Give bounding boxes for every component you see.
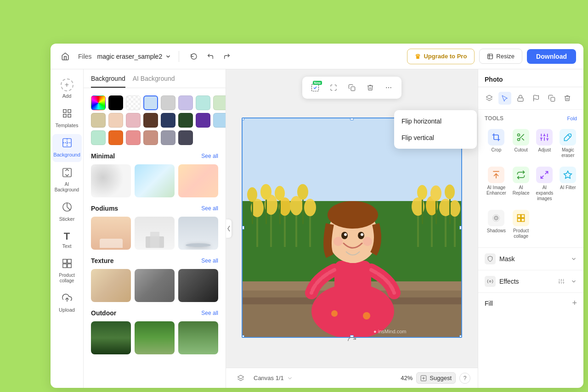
bg-thumb-minimal-3[interactable] (178, 164, 218, 197)
undo-button[interactable] (203, 49, 218, 64)
effects-accordion-header[interactable]: Effects (485, 276, 577, 287)
magic-select-button[interactable]: New (308, 80, 322, 95)
resize-button[interactable]: Resize (479, 49, 522, 64)
bg-thumb-texture-1[interactable] (91, 269, 131, 302)
see-all-outdoor[interactable]: See all (201, 310, 218, 316)
tool-ai-replace[interactable]: AI Replace (511, 164, 531, 204)
canvas-image[interactable]: ● insMind.com (242, 118, 462, 338)
sidebar-item-sticker[interactable]: Sticker (52, 198, 82, 226)
color-swatch-sage[interactable] (213, 95, 226, 110)
copy-icon-button[interactable] (545, 92, 558, 105)
tool-ai-filter[interactable]: AI Filter (558, 164, 578, 204)
suggest-button[interactable]: Suggest (416, 372, 456, 384)
tool-adjust[interactable]: Adjust (534, 126, 555, 161)
fold-link[interactable]: Fold (567, 116, 577, 121)
bg-thumb-minimal-1[interactable] (91, 164, 131, 197)
tab-background[interactable]: Background (91, 75, 125, 88)
delete-button[interactable] (363, 80, 378, 95)
color-swatch-lightteal[interactable] (196, 95, 210, 110)
history-button[interactable] (187, 49, 201, 64)
color-swatch-tan[interactable] (91, 113, 106, 128)
color-swatch-brown[interactable] (143, 113, 158, 128)
tool-ai-expands[interactable]: AI expands images (534, 164, 555, 204)
color-swatch-navy[interactable] (161, 113, 175, 128)
tool-shadows[interactable]: Shadows (485, 207, 508, 242)
resize-handle-tl[interactable] (242, 118, 244, 120)
sidebar-item-background[interactable]: Background (52, 134, 82, 162)
color-swatch-mauve[interactable] (143, 130, 158, 145)
more-button[interactable] (381, 80, 396, 95)
tool-product-collage[interactable]: Product collage (511, 207, 531, 242)
sidebar-item-product-collage[interactable]: Product collage (52, 255, 82, 287)
color-swatch-lightpurple[interactable] (178, 95, 193, 110)
resize-handle-tc[interactable] (350, 118, 354, 120)
home-button[interactable] (58, 49, 73, 64)
tool-cutout[interactable]: Cutout (511, 126, 531, 161)
flip-horizontal-item[interactable]: Flip horizontal (394, 113, 477, 129)
color-swatch-selected[interactable] (143, 95, 158, 110)
layers-icon-button[interactable] (483, 92, 496, 105)
file-name-button[interactable]: magic eraser_sample2 (97, 53, 172, 60)
redo-button[interactable] (220, 49, 234, 64)
bg-thumb-outdoor-3[interactable] (178, 321, 218, 354)
panel-collapse-handle[interactable] (226, 219, 232, 238)
color-swatch-forest[interactable] (178, 113, 193, 128)
tool-magic-eraser[interactable]: Magic eraser (558, 126, 578, 161)
bg-thumb-outdoor-2[interactable] (135, 321, 175, 354)
mask-accordion-header[interactable]: Mask (485, 253, 577, 264)
flag-icon-button[interactable] (530, 92, 543, 105)
resize-handle-br[interactable] (459, 335, 462, 338)
bg-thumb-podium-2[interactable] (135, 217, 175, 250)
tab-ai-background[interactable]: AI Background (133, 75, 175, 88)
bg-thumb-podium-3[interactable] (178, 217, 218, 250)
see-all-minimal[interactable]: See all (201, 153, 218, 159)
svg-line-93 (541, 176, 544, 179)
color-swatch-lightgray[interactable] (161, 95, 175, 110)
duplicate-button[interactable] (345, 80, 359, 95)
resize-handle-ml[interactable] (242, 226, 244, 230)
flip-vertical-item[interactable]: Flip vertical (394, 129, 477, 146)
trash-icon-button[interactable] (561, 92, 574, 105)
color-swatch-black[interactable] (108, 95, 123, 110)
color-swatch-medgray[interactable] (161, 130, 175, 145)
color-swatch-transparent[interactable] (126, 95, 141, 110)
color-swatch-peach[interactable] (108, 113, 123, 128)
sidebar-item-add[interactable]: + Add (52, 75, 82, 103)
canvas-info: Canvas 1/1 (254, 375, 293, 381)
layers-toggle-button[interactable] (233, 371, 248, 386)
color-swatch-salmon[interactable] (126, 130, 141, 145)
rotate-handle[interactable] (347, 336, 357, 348)
sidebar-item-upload[interactable]: Upload (52, 289, 82, 317)
fill-add-button[interactable]: + (572, 298, 577, 308)
see-all-texture[interactable]: See all (201, 258, 218, 264)
bg-thumb-texture-3[interactable] (178, 269, 218, 302)
lock-icon-button[interactable] (514, 92, 527, 105)
effects-settings-button[interactable] (556, 276, 567, 287)
color-swatch-orange[interactable] (108, 130, 123, 145)
tool-crop[interactable]: Crop (485, 126, 508, 161)
bg-thumb-outdoor-1[interactable] (91, 321, 131, 354)
fullscreen-button[interactable] (326, 80, 341, 95)
bg-thumb-podium-1[interactable] (91, 217, 131, 250)
sidebar-item-templates[interactable]: Templates (52, 105, 82, 132)
sidebar-item-text[interactable]: T Text (52, 228, 82, 253)
color-swatch-mint[interactable] (91, 130, 106, 145)
color-swatch-charcoal[interactable] (178, 130, 193, 145)
tool-ai-enhancer[interactable]: AI Image Enhancer (485, 164, 508, 204)
download-button[interactable]: Download (527, 49, 576, 64)
resize-handle-bl[interactable] (242, 335, 244, 338)
color-swatch-dustyrose[interactable] (126, 113, 141, 128)
sidebar-item-ai-background[interactable]: AI Background (52, 164, 82, 196)
files-label[interactable]: Files (78, 53, 92, 60)
color-swatch-skyblue[interactable] (213, 113, 226, 128)
select-icon-button[interactable] (498, 92, 511, 105)
see-all-podiums[interactable]: See all (201, 205, 218, 212)
color-swatch-rainbow[interactable] (91, 95, 106, 110)
bg-thumb-texture-2[interactable] (135, 269, 175, 302)
upgrade-label: Upgrade to Pro (424, 53, 467, 60)
bg-thumb-minimal-2[interactable] (135, 164, 175, 197)
upgrade-button[interactable]: ♛ Upgrade to Pro (407, 49, 475, 64)
help-button[interactable]: ? (459, 373, 470, 384)
resize-handle-mr[interactable] (459, 226, 462, 230)
color-swatch-purple[interactable] (196, 113, 210, 128)
